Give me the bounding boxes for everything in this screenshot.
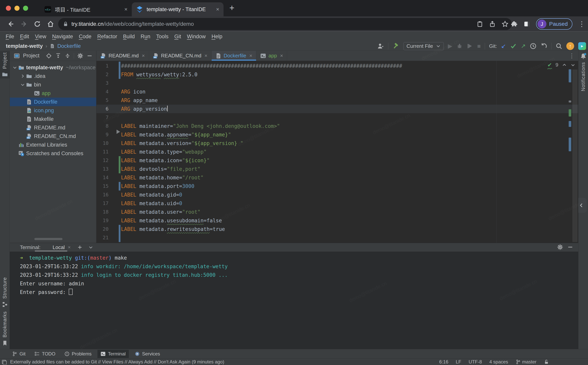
tool-button-notifications[interactable]: Notifications	[578, 53, 588, 91]
code-line[interactable]: 6ARG app_version	[97, 105, 578, 113]
editor-tab-dockerfile[interactable]: Dockerfile×	[212, 51, 257, 61]
event-log-icon[interactable]	[1, 359, 7, 365]
git-push-icon[interactable]: ↗	[521, 43, 526, 49]
tree-item-readme-cn-md[interactable]: MDREADME_CN.md	[10, 132, 97, 140]
stripe-mark[interactable]	[569, 69, 571, 82]
coverage-icon[interactable]	[467, 43, 473, 49]
code-line[interactable]: 14LABEL metadata.home="/root"	[97, 173, 578, 182]
code-line[interactable]: 10LABEL metadata.version="${app_version}…	[97, 139, 578, 147]
tree-item-makefile[interactable]: Makefile	[10, 115, 97, 123]
menu-run[interactable]: Run	[138, 34, 153, 40]
menu-navigate[interactable]: Navigate	[49, 34, 76, 40]
code-line[interactable]: 13LABEL devtools="file,port"	[97, 165, 578, 173]
terminal-tab-close-icon[interactable]: ×	[68, 245, 71, 250]
unlock-icon[interactable]	[544, 359, 549, 365]
stripe-mark[interactable]	[569, 100, 571, 102]
toolwindow-button-problems[interactable]: Problems	[61, 350, 95, 358]
window-minimize-button[interactable]	[14, 6, 20, 11]
code-line[interactable]: 12LABEL metadata.icon="${icon}"	[97, 156, 578, 165]
menu-git[interactable]: Git	[171, 34, 184, 40]
profile-button[interactable]: J Paused	[536, 18, 572, 30]
caret-position[interactable]: 6:16	[439, 359, 448, 365]
git-branch-widget[interactable]: master	[516, 359, 536, 365]
menu-edit[interactable]: Edit	[17, 34, 32, 40]
editor-tab-readme-md[interactable]: MDREADME.md×	[97, 51, 149, 61]
code-line[interactable]: 16LABEL metadata.gid=0	[97, 190, 578, 199]
file-encoding[interactable]: UTF-8	[469, 359, 482, 365]
code-line[interactable]: 18LABEL metadata.user="root"	[97, 208, 578, 216]
new-terminal-icon[interactable]	[77, 245, 82, 250]
menu-refactor[interactable]: Refactor	[94, 34, 120, 40]
gear-icon[interactable]	[557, 244, 563, 250]
update-available-icon[interactable]: ↑	[566, 42, 574, 50]
collapse-all-icon[interactable]	[64, 53, 71, 59]
chevron-down-icon[interactable]	[88, 245, 93, 250]
minimize-icon[interactable]	[86, 53, 93, 59]
browser-menu-icon[interactable]: ⋮	[578, 20, 585, 28]
terminal-tab-local[interactable]: Local	[53, 244, 65, 250]
code-line[interactable]: 2FROM wettyoss/wetty:2.5.0	[97, 70, 578, 79]
expand-all-icon[interactable]	[55, 53, 61, 59]
reload-icon[interactable]	[34, 20, 41, 28]
bookmark-star-icon[interactable]	[502, 21, 508, 27]
menu-code[interactable]: Code	[76, 34, 94, 40]
rollback-icon[interactable]	[540, 43, 547, 49]
tree-item-icon-png[interactable]: icon.png	[10, 106, 97, 115]
user-icon[interactable]	[377, 42, 384, 49]
forward-icon[interactable]	[20, 20, 28, 28]
code-line[interactable]: 8LABEL maintainer="John Deng <john.deng@…	[97, 122, 578, 130]
sidebar-toggle-icon[interactable]	[524, 21, 530, 27]
code-line[interactable]: 5ARG app_name	[97, 96, 578, 105]
gear-icon[interactable]	[77, 53, 83, 59]
git-commit-check-icon[interactable]	[510, 43, 517, 49]
tab-close-icon[interactable]: ×	[142, 53, 145, 59]
tree-item-external-libraries[interactable]: External Libraries	[10, 140, 97, 149]
editor-tab-options-icon[interactable]: ⋮	[569, 52, 578, 59]
code-line[interactable]: 7	[97, 113, 578, 122]
clipboard-icon[interactable]	[477, 21, 483, 27]
menu-tools[interactable]: Tools	[153, 34, 171, 40]
share-icon[interactable]	[489, 21, 496, 27]
extensions-puzzle-icon[interactable]	[511, 21, 518, 27]
indent-setting[interactable]: 4 spaces	[490, 359, 508, 365]
gutter-marker-icon[interactable]	[117, 130, 120, 134]
code-line[interactable]: 11LABEL metadata.type="webapp"	[97, 147, 578, 156]
code-line[interactable]: 1#######################################…	[97, 62, 578, 70]
menu-build[interactable]: Build	[120, 34, 138, 40]
inspection-widget[interactable]: ✔ 9	[547, 62, 575, 68]
tab-close-icon[interactable]: ×	[249, 53, 252, 59]
tab-close-icon[interactable]: ×	[280, 53, 283, 59]
chevron-down-icon[interactable]	[570, 63, 575, 68]
tree-item-app[interactable]: app	[10, 89, 97, 98]
tool-button-structure[interactable]: Structure	[0, 277, 10, 307]
tree-item-readme-md[interactable]: MDREADME.md	[10, 123, 97, 132]
terminal-output[interactable]: ➜ template-wetty git:(master) make2023-0…	[10, 252, 578, 296]
menu-help[interactable]: Help	[209, 34, 225, 40]
stripe-mark[interactable]	[569, 138, 571, 151]
lock-icon[interactable]	[63, 21, 68, 27]
tab-close-icon[interactable]: ×	[216, 6, 219, 13]
tree-item-bin[interactable]: bin	[10, 80, 97, 89]
browser-tab[interactable]: template-wetty - TitanIDE×	[132, 2, 224, 16]
horizontal-scrollbar[interactable]	[34, 238, 63, 240]
home-icon[interactable]	[47, 20, 54, 28]
menu-window[interactable]: Window	[184, 34, 209, 40]
locate-file-icon[interactable]	[46, 53, 52, 59]
code-line[interactable]: 3	[97, 79, 578, 87]
code-line[interactable]: 4ARG icon	[97, 87, 578, 96]
code-editor[interactable]: 1#######################################…	[97, 61, 578, 243]
back-icon[interactable]	[7, 20, 14, 28]
line-ending[interactable]: LF	[456, 359, 461, 365]
tree-item--idea[interactable]: .idea	[10, 72, 97, 80]
editor-tab-app[interactable]: app×	[256, 51, 287, 61]
tree-item-template-wetty[interactable]: template-wetty~/workspace	[10, 63, 97, 72]
address-bar[interactable]: try.titanide.cn/ide/web/coding/template-…	[58, 18, 512, 30]
browser-tab[interactable]: <t>项目 - TitanIDE×	[40, 2, 132, 16]
tab-close-icon[interactable]: ×	[124, 6, 127, 13]
code-line[interactable]: 15LABEL metadata.port=3000	[97, 182, 578, 190]
titanide-logo-icon[interactable]: ▸	[578, 42, 586, 50]
new-tab-button[interactable]: +	[229, 4, 234, 12]
build-hammer-icon[interactable]	[392, 42, 399, 49]
vertical-scrollbar[interactable]	[572, 70, 577, 242]
tab-close-icon[interactable]: ×	[204, 53, 207, 59]
